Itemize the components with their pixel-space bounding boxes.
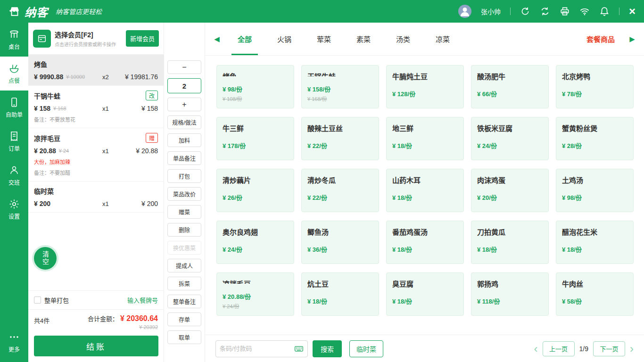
action-delete-button[interactable]: 删除 (167, 223, 201, 237)
dish-icon (8, 63, 20, 74)
menu-card[interactable]: 山药木耳¥ 18/份 (386, 169, 464, 212)
menu-card[interactable]: 郭扬鸡¥ 118/份 (471, 272, 549, 316)
menu-card[interactable]: 刀拍黄瓜¥ 18/份 (471, 221, 549, 264)
menu-card[interactable]: 酸辣土豆丝¥ 22/份 (301, 117, 379, 160)
prev-chevron-icon[interactable]: ‹ (534, 343, 538, 354)
qty-minus-button[interactable]: − (167, 60, 201, 74)
enter-card-number-link[interactable]: 输入餐牌号 (127, 296, 158, 304)
printer-icon[interactable] (560, 6, 570, 16)
tab-hotpot[interactable]: 火锅 (264, 23, 304, 55)
menu-item-price: ¥ 118/份 (477, 296, 543, 305)
more-dots-icon (8, 331, 20, 343)
menu-card[interactable]: 清炒藕片¥ 26/份 (216, 169, 294, 212)
temp-dish-button[interactable]: 临时菜 (349, 340, 383, 357)
action-retrieve-order-button[interactable]: 取单 (167, 330, 201, 344)
keyboard-icon[interactable] (294, 344, 304, 354)
original-total: ¥ 20392 (88, 324, 158, 330)
cart-item-price: ¥ 20.88 (34, 147, 56, 155)
gift-badge: 赠 (146, 133, 158, 143)
sidebar-item-orders[interactable]: 订单 (0, 124, 28, 158)
menu-item-name: 酸辣土豆丝 (307, 123, 373, 133)
tab-soup[interactable]: 汤类 (383, 23, 423, 55)
action-split-dish-button[interactable]: 拆菜 (167, 277, 201, 290)
checkout-button[interactable]: 结账 (34, 336, 158, 356)
search-button[interactable]: 搜索 (313, 340, 342, 357)
cart-item[interactable]: 临时菜 ¥ 200 x1 ¥ 200 (28, 181, 164, 213)
menu-card[interactable]: 酸汤肥牛¥ 66/份 (471, 65, 549, 108)
menu-item-name: 牛三鲜 (223, 123, 288, 133)
refresh-icon[interactable] (520, 6, 530, 16)
pack-checkbox[interactable] (34, 296, 41, 304)
menu-card[interactable]: 干锅牛蛙¥ 158/份¥ 168/份 (301, 65, 379, 108)
menu-item-price: ¥ 26/份 (223, 193, 288, 202)
category-next-arrow-icon[interactable]: ▶ (624, 23, 640, 55)
next-chevron-icon[interactable]: › (630, 343, 634, 354)
action-addon-button[interactable]: 加料 (167, 133, 201, 147)
menu-card[interactable]: 肉沫鸡蛋¥ 20/份 (471, 169, 549, 212)
cart-item-qty: x1 (102, 105, 123, 112)
menu-card[interactable]: 铁板米豆腐¥ 24/份 (471, 117, 549, 160)
cart-item[interactable]: 凉拌毛豆 赠 ¥ 20.88 ¥ 24 x1 ¥ 20.88 大份，加麻加辣 备… (28, 128, 164, 181)
cart-item[interactable]: 干锅牛蛙 改 ¥ 158 ¥ 168 x1 ¥ 158 备注：不要放葱花 (28, 86, 164, 128)
cart-item[interactable]: 烤鱼 ¥ 9990.88 ¥ 10000 x2 ¥ 19981.76 (28, 55, 164, 86)
sidebar-item-shift[interactable]: 交班 (0, 158, 28, 192)
menu-card[interactable]: 凉拌毛豆¥ 20.88/份¥ 24/份 (216, 272, 294, 316)
barcode-input[interactable] (220, 345, 291, 352)
member-select[interactable]: 选择会员[F2] 点击进行会员搜索或刷卡操作 新增会员 (28, 23, 164, 55)
username: 张小帅 (481, 7, 501, 16)
close-icon[interactable]: × (629, 6, 636, 17)
sidebar-item-selfservice[interactable]: 自助单 (0, 90, 28, 124)
prev-page-button[interactable]: 上一页 (543, 341, 575, 356)
next-page-button[interactable]: 下一页 (593, 341, 625, 356)
sidebar-item-settings[interactable]: 设置 (0, 192, 28, 226)
menu-card[interactable]: 牛三鲜¥ 178/份 (216, 117, 294, 160)
menu-item-name: 郭扬鸡 (477, 279, 543, 288)
menu-card[interactable]: 烤鱼¥ 98/份¥ 108/份 (216, 65, 294, 108)
wifi-icon[interactable] (579, 6, 590, 16)
menu-card[interactable]: 牛腩炖土豆¥ 128/份 (386, 65, 464, 108)
action-item-note-button[interactable]: 单品备注 (167, 151, 201, 165)
menu-card[interactable]: 土鸡汤¥ 98/份 (556, 169, 634, 212)
sync-icon[interactable] (540, 6, 550, 16)
menu-card[interactable]: 番茄鸡蛋汤¥ 18/份 (386, 221, 464, 264)
clear-cart-button[interactable]: 清空 (34, 247, 57, 270)
menu-card[interactable]: 清炒冬瓜¥ 22/份 (301, 169, 379, 212)
sidebar-item-tables[interactable]: 桌台 (0, 23, 28, 57)
qty-plus-button[interactable]: + (167, 98, 201, 111)
category-prev-arrow-icon[interactable]: ◀ (209, 23, 225, 55)
tab-meat[interactable]: 荤菜 (304, 23, 344, 55)
tab-all[interactable]: 全部 (225, 23, 264, 55)
action-commission-button[interactable]: 提成人 (167, 259, 201, 272)
phone-icon (8, 97, 20, 108)
sidebar-item-more[interactable]: 更多 (0, 325, 28, 359)
user-avatar[interactable] (458, 5, 471, 18)
menu-card[interactable]: 牛肉丝¥ 58/份 (556, 272, 634, 316)
menu-card[interactable]: 北京烤鸭¥ 78/份 (556, 65, 634, 108)
sidebar-item-ordering[interactable]: 点餐 (0, 57, 28, 90)
menu-card[interactable]: 醋泡花生米¥ 18/份 (556, 221, 634, 264)
menu-card[interactable]: 蟹黄粉丝煲¥ 28/份 (556, 117, 634, 160)
app-slogan: 纳客管店更轻松 (56, 7, 102, 16)
action-order-note-button[interactable]: 整单备注 (167, 295, 201, 308)
tab-cold-dish[interactable]: 凉菜 (423, 23, 462, 55)
menu-card[interactable]: 炕土豆¥ 18/份 (301, 272, 379, 316)
menu-card[interactable]: 地三鲜¥ 18/份 (386, 117, 464, 160)
action-pack-button[interactable]: 打包 (167, 169, 201, 183)
action-gift-button[interactable]: 赠菜 (167, 205, 201, 219)
cart-item-qty: x2 (102, 74, 123, 81)
cart-item-name: 凉拌毛豆 (34, 133, 60, 143)
bell-icon[interactable] (599, 6, 610, 16)
tab-vegetable[interactable]: 素菜 (344, 23, 383, 55)
menu-card[interactable]: 臭豆腐¥ 18/份 (386, 272, 464, 316)
action-save-order-button[interactable]: 存单 (167, 313, 201, 326)
menu-item-name: 清炒冬瓜 (307, 175, 373, 185)
tab-combo[interactable]: 套餐商品 (577, 23, 624, 55)
action-spec-button[interactable]: 规格/做法 (167, 115, 201, 129)
add-member-button[interactable]: 新增会员 (126, 30, 159, 47)
action-swap-discount-button: 换优惠菜 (167, 241, 201, 255)
menu-card[interactable]: 鲫鱼汤¥ 36/份 (301, 221, 379, 264)
menu-card[interactable]: 奥尔良鸡翅¥ 24/份 (216, 221, 294, 264)
main-area: ◀ 全部 火锅 荤菜 素菜 汤类 凉菜 套餐商品 ▶ 烤鱼¥ 98/份¥ 108… (205, 23, 644, 362)
modify-badge[interactable]: 改 (146, 90, 158, 100)
action-change-price-button[interactable]: 菜品改价 (167, 187, 201, 201)
